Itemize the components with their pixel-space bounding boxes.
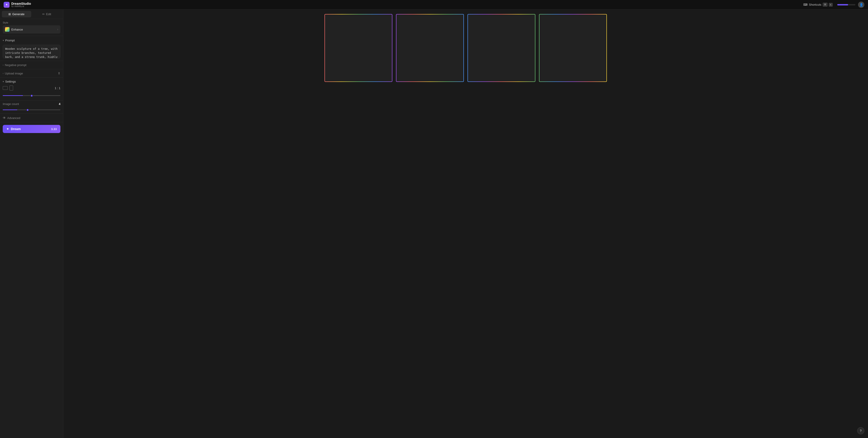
kbd-k: K (829, 3, 833, 6)
image-count-header: Image count 4 (3, 102, 60, 106)
tab-generate[interactable]: ⊞ Generate (2, 11, 31, 18)
svg-marker-0 (354, 43, 362, 53)
tab-edit-label: Edit (46, 12, 51, 16)
image-count-slider[interactable] (3, 110, 60, 110)
tab-row: ⊞ Generate ✏ Edit (0, 9, 63, 19)
topbar: ✦ DreamStudio by stability.ai ⌨ Shortcut… (0, 0, 868, 9)
app-logo-icon: ✦ (4, 2, 9, 8)
svg-marker-3 (569, 43, 577, 53)
eye-icon: 👁 (3, 116, 6, 120)
user-avatar[interactable]: 👤 (858, 2, 864, 8)
settings-header[interactable]: ▾ Settings (3, 80, 60, 83)
prompt-header[interactable]: ▾ Prompt (3, 38, 60, 43)
image-card-2[interactable] (396, 14, 464, 82)
images-grid (324, 14, 607, 82)
aspect-ratio-row: 1 : 1 (3, 86, 60, 91)
chevron-right-icon: › (57, 28, 58, 31)
chevron-right-neg-icon: › (3, 64, 3, 66)
aspect-ratio-value: 1 : 1 (55, 87, 60, 90)
style-name: Enhance (11, 28, 23, 31)
dream-icon: ✦ (6, 127, 9, 131)
main-layout: ⊞ Generate ✏ Edit Style Enhance › ▾ (0, 9, 868, 438)
upload-image-label: Upload image (5, 72, 23, 75)
upload-row-left: › Upload image (3, 72, 23, 75)
edit-icon: ✏ (42, 12, 45, 16)
help-button[interactable]: ? (857, 427, 864, 434)
style-section-label: Style (3, 21, 60, 24)
advanced-row[interactable]: 👁 Advanced (0, 114, 63, 122)
chevron-down-settings-icon: ▾ (3, 80, 4, 83)
style-selector[interactable]: Enhance › (3, 25, 60, 33)
logo-area: ✦ DreamStudio by stability.ai (4, 2, 31, 8)
image-card-4[interactable] (539, 14, 607, 82)
style-row-left: Enhance (5, 27, 23, 32)
hex-logo-2 (425, 42, 435, 53)
prompt-textarea[interactable] (3, 45, 60, 58)
style-enhance-icon (5, 27, 9, 32)
negative-prompt-row[interactable]: › Negative prompt (0, 61, 63, 69)
shortcuts-label: Shortcuts (809, 3, 822, 6)
dream-btn-left: ✦ Dream (6, 127, 21, 131)
landscape-icon (3, 86, 8, 90)
image-count-section: Image count 4 (0, 100, 63, 114)
sidebar: ⊞ Generate ✏ Edit Style Enhance › ▾ (0, 9, 63, 438)
ar-icons (3, 86, 13, 91)
svg-marker-2 (498, 43, 505, 53)
image-count-label: Image count (3, 102, 19, 106)
dream-label: Dream (11, 127, 21, 131)
tab-edit[interactable]: ✏ Edit (32, 11, 62, 18)
aspect-ratio-slider[interactable] (3, 95, 60, 96)
hex-logo-4 (567, 42, 578, 53)
content-area (63, 9, 868, 438)
dream-button[interactable]: ✦ Dream 3.33 (3, 125, 60, 133)
portrait-icon (9, 86, 13, 91)
credits-bar (837, 4, 855, 5)
negative-prompt-label: Negative prompt (5, 63, 26, 67)
chevron-down-icon: ▾ (3, 39, 4, 42)
tab-generate-label: Generate (12, 12, 25, 16)
kbd-cmd: ⌘ (823, 3, 828, 6)
shortcuts-button[interactable]: ⌨ Shortcuts ⌘ K (802, 2, 835, 7)
keyboard-icon: ⌨ (803, 3, 808, 6)
prompt-section: ▾ Prompt (0, 36, 63, 61)
chevron-right-upload-icon: › (3, 72, 3, 75)
upload-image-row[interactable]: › Upload image ⬆ (0, 69, 63, 77)
aspect-ratio-slider-container (3, 93, 60, 97)
image-count-value: 4 (59, 102, 60, 106)
hex-logo-1 (353, 42, 364, 53)
logo-text: DreamStudio by stability.ai (11, 2, 31, 7)
advanced-label: Advanced (7, 116, 20, 120)
image-card-3[interactable] (467, 14, 535, 82)
app-subtitle: by stability.ai (11, 5, 31, 7)
credits-fill (837, 4, 848, 5)
upload-icon: ⬆ (58, 71, 60, 75)
style-section: Style Enhance › (0, 19, 63, 36)
prompt-label: Prompt (5, 39, 15, 42)
hex-logo-3 (496, 42, 507, 53)
topbar-right: ⌨ Shortcuts ⌘ K 👤 (802, 2, 864, 8)
grid-icon: ⊞ (8, 12, 11, 16)
dream-cost: 3.33 (51, 127, 57, 131)
image-card-1[interactable] (324, 14, 392, 82)
app-name: DreamStudio (11, 2, 31, 5)
svg-marker-1 (426, 43, 434, 53)
settings-section: ▾ Settings 1 : 1 (0, 77, 63, 100)
settings-label: Settings (5, 80, 16, 83)
